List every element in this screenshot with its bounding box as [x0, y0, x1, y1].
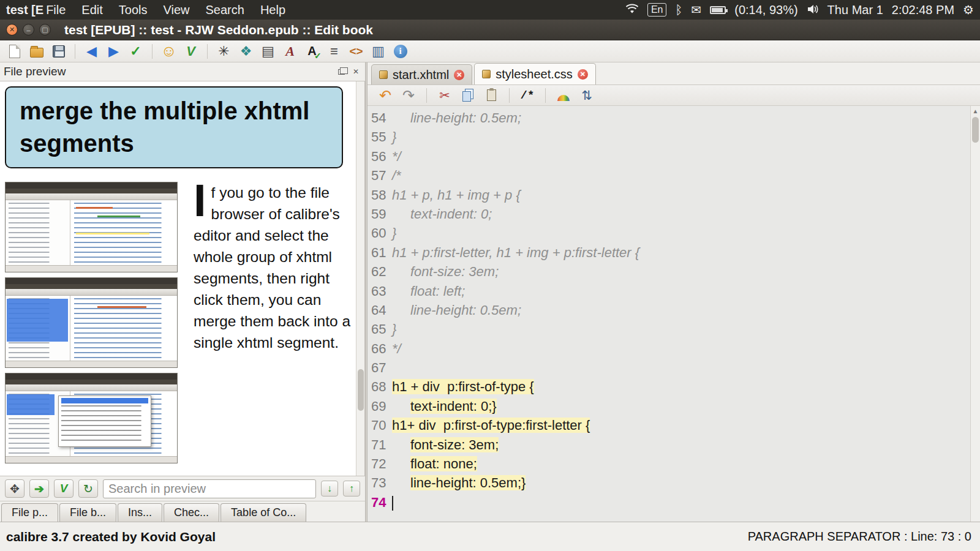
- code-line-58[interactable]: 58h1 + p, h1 + img + p {: [368, 186, 980, 204]
- volume-icon[interactable]: [807, 3, 819, 17]
- tab-checks[interactable]: Chec...: [164, 503, 219, 522]
- code-line-56[interactable]: 56*/: [368, 147, 980, 166]
- go-to-icon[interactable]: ➔: [29, 479, 49, 498]
- comment-icon[interactable]: /*: [519, 88, 535, 103]
- window-titlebar[interactable]: ✕ – ▢ test [EPUB] :: test - RJW Seddon.e…: [0, 20, 980, 40]
- cut-icon[interactable]: ✂: [437, 88, 453, 103]
- menu-edit[interactable]: Edit: [81, 3, 102, 17]
- tab-table-of-contents[interactable]: Table of Co...: [221, 503, 306, 522]
- book-view-icon[interactable]: ▤: [260, 43, 276, 59]
- new-file-icon[interactable]: [6, 43, 23, 59]
- keyboard-layout-indicator[interactable]: En: [647, 3, 667, 17]
- menu-file[interactable]: File: [46, 3, 66, 17]
- undo-icon[interactable]: ↶: [377, 88, 393, 103]
- code-line-64[interactable]: 64line-height: 0.5em;: [368, 301, 980, 320]
- tab-inspector[interactable]: Ins...: [118, 503, 162, 522]
- code-line-67[interactable]: 67: [368, 358, 980, 377]
- tab-close-icon[interactable]: ✕: [454, 70, 464, 80]
- clock-date[interactable]: Thu Mar 1: [827, 3, 883, 17]
- code-line-71[interactable]: 71font-size: 3em;: [368, 435, 980, 454]
- paste-icon[interactable]: [483, 88, 499, 103]
- code-line-57[interactable]: 57/*: [368, 166, 980, 185]
- code-line-72[interactable]: 72float: none;: [368, 454, 980, 473]
- preview-viewport[interactable]: merge the multiple xhtml segments: [0, 81, 365, 476]
- code-line-63[interactable]: 63float: left;: [368, 282, 980, 301]
- code-line-60[interactable]: 60}: [368, 223, 980, 242]
- search-in-preview-input[interactable]: [103, 479, 316, 498]
- code-line-74[interactable]: 74: [368, 493, 980, 512]
- preview-scrollbar-thumb[interactable]: [358, 369, 364, 411]
- columns-icon[interactable]: ▥: [370, 43, 386, 59]
- preview-search-row: ✥ ➔ V ↻ ↓ ↑: [0, 476, 365, 501]
- battery-icon[interactable]: [710, 6, 726, 14]
- window-maximize-button[interactable]: ▢: [39, 24, 51, 36]
- forward-icon[interactable]: ▶: [105, 43, 122, 59]
- code-line-59[interactable]: 59text-indent: 0;: [368, 204, 980, 223]
- spellcheck-icon[interactable]: A✓: [304, 43, 320, 59]
- align-icon[interactable]: ≡: [326, 43, 342, 59]
- menu-view[interactable]: View: [164, 3, 190, 17]
- code-line-73[interactable]: 73line-height: 0.5em;}: [368, 473, 980, 492]
- open-folder-icon[interactable]: [28, 43, 45, 59]
- preview-tool-icon[interactable]: ✥: [5, 479, 24, 498]
- code-icon[interactable]: <>: [348, 43, 364, 59]
- dock-tab-bar: File p... File b... Ins... Chec... Table…: [0, 501, 365, 522]
- code-line-55[interactable]: 55}: [368, 127, 980, 146]
- tab-file-browser[interactable]: File b...: [59, 503, 116, 522]
- redo-icon[interactable]: ↷: [401, 88, 417, 103]
- workspace: File preview ✕ merge the multiple xhtml …: [0, 62, 980, 522]
- code-line-62[interactable]: 62font-size: 3em;: [368, 262, 980, 281]
- wifi-icon[interactable]: [625, 3, 639, 17]
- focused-window-hint: test [E: [6, 3, 43, 17]
- sort-icon[interactable]: ⇅: [579, 88, 595, 103]
- search-next-icon[interactable]: ↓: [321, 481, 338, 497]
- undock-icon[interactable]: [336, 67, 347, 77]
- code-line-65[interactable]: 65}: [368, 320, 980, 339]
- check-links-spider-icon[interactable]: ✳: [216, 43, 232, 59]
- paragraph-text: f you go to the file browser of calibre'…: [194, 184, 350, 351]
- window-close-button[interactable]: ✕: [6, 24, 18, 36]
- beautify-brush-icon[interactable]: [556, 88, 571, 103]
- editor-tab-stylesheet-css[interactable]: stylesheet.css ✕: [474, 63, 596, 84]
- session-gear-icon[interactable]: ⚙: [963, 2, 974, 17]
- code-line-69[interactable]: 69text-indent: 0;}: [368, 397, 980, 416]
- search-prev-icon[interactable]: ↑: [343, 481, 360, 497]
- tab-file-preview[interactable]: File p...: [1, 503, 58, 522]
- code-line-70[interactable]: 70h1+ div p:first-of-type:first-letter {: [368, 416, 980, 435]
- award-icon[interactable]: ❖: [238, 43, 254, 59]
- menu-search[interactable]: Search: [206, 3, 244, 17]
- main-toolbar: ◀ ▶ ✓ ☺ V ✳ ❖ ▤ A A✓ ≡ <> ▥ i: [0, 40, 980, 62]
- mail-icon[interactable]: ✉: [691, 2, 701, 17]
- editor-scrollbar-thumb[interactable]: [972, 117, 979, 143]
- tab-close-icon[interactable]: ✕: [578, 69, 588, 80]
- back-icon[interactable]: ◀: [83, 43, 100, 59]
- refresh-icon[interactable]: ↻: [78, 479, 98, 498]
- info-icon[interactable]: i: [392, 43, 409, 59]
- save-icon[interactable]: [50, 43, 67, 59]
- font-italic-icon[interactable]: A: [282, 43, 298, 59]
- code-line-54[interactable]: 54line-height: 0.5em;: [368, 108, 980, 127]
- code-line-61[interactable]: 61h1 + p:first-letter, h1 + img + p:firs…: [368, 243, 980, 262]
- scroll-up-icon[interactable]: ▲: [971, 106, 980, 116]
- virus-check-icon[interactable]: V: [54, 479, 74, 498]
- context-menu-thumbnail: [58, 395, 151, 447]
- check-book-icon[interactable]: ✓: [127, 43, 144, 59]
- clock-time[interactable]: 2:02:48 PM: [892, 3, 954, 17]
- bluetooth-icon[interactable]: ᛒ: [675, 3, 682, 17]
- global-menubar: File Edit Tools View Search Help: [46, 3, 285, 17]
- code-line-68[interactable]: 68h1 + div p:first-of-type {: [368, 377, 980, 396]
- menu-help[interactable]: Help: [260, 3, 285, 17]
- code-line-66[interactable]: 66*/: [368, 339, 980, 358]
- donate-smiley-icon[interactable]: ☺: [160, 43, 177, 59]
- dock-close-icon[interactable]: ✕: [350, 67, 361, 77]
- copy-icon[interactable]: [460, 88, 476, 103]
- battery-status[interactable]: (0:14, 93%): [734, 3, 797, 17]
- preview-scrollbar[interactable]: [356, 81, 364, 476]
- menu-tools[interactable]: Tools: [119, 3, 148, 17]
- merge-check-icon[interactable]: V: [183, 43, 199, 59]
- editor-scrollbar[interactable]: ▲: [970, 106, 980, 522]
- dock-header: File preview ✕: [0, 62, 365, 81]
- window-minimize-button[interactable]: –: [23, 24, 34, 36]
- editor-tab-start-xhtml[interactable]: start.xhtml ✕: [371, 64, 472, 84]
- code-editor[interactable]: 54line-height: 0.5em;55}56*/57/*58h1 + p…: [368, 106, 980, 522]
